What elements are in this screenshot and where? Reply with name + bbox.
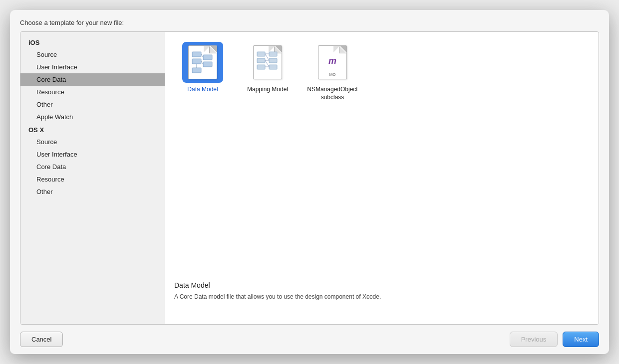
- sidebar: iOS Source User Interface Core Data Reso…: [20, 32, 165, 324]
- nsmanaged-icon-wrapper: m MO: [312, 42, 353, 83]
- svg-rect-4: [192, 68, 201, 73]
- template-data-model[interactable]: Data Model: [175, 42, 230, 101]
- nsmanaged-label: NSManagedObject subclass: [305, 86, 360, 101]
- description-text: A Core Data model file that allows you t…: [174, 292, 590, 301]
- dialog: Choose a template for your new file: iOS…: [10, 10, 609, 354]
- next-button[interactable]: Next: [563, 332, 599, 347]
- footer-right-buttons: Previous Next: [510, 332, 599, 347]
- svg-line-6: [201, 61, 203, 64]
- sidebar-item-osx-source[interactable]: Source: [20, 136, 165, 148]
- svg-rect-2: [203, 55, 212, 60]
- data-model-file-icon: [188, 45, 217, 79]
- dialog-body: iOS Source User Interface Core Data Reso…: [20, 31, 599, 325]
- svg-rect-9: [257, 58, 265, 63]
- description-title: Data Model: [174, 281, 590, 289]
- sidebar-item-osx-coredata[interactable]: Core Data: [20, 161, 165, 173]
- sidebar-item-osx-userinterface[interactable]: User Interface: [20, 148, 165, 161]
- mapping-model-file-icon: [253, 45, 282, 79]
- sidebar-item-ios-other[interactable]: Other: [20, 98, 165, 111]
- svg-rect-11: [269, 52, 277, 56]
- description-panel: Data Model A Core Data model file that a…: [165, 274, 599, 324]
- svg-rect-13: [269, 65, 277, 69]
- nsmanaged-file-icon: m MO: [318, 45, 347, 79]
- template-mapping-model[interactable]: Mapping Model: [240, 42, 295, 101]
- svg-rect-8: [257, 52, 265, 56]
- svg-line-16: [265, 60, 269, 67]
- dialog-title: Choose a template for your new file:: [10, 10, 609, 31]
- previous-button[interactable]: Previous: [510, 332, 558, 347]
- sidebar-item-osx-other[interactable]: Other: [20, 185, 165, 198]
- sidebar-item-ios-source[interactable]: Source: [20, 48, 165, 61]
- sidebar-item-ios-applewatch[interactable]: Apple Watch: [20, 111, 165, 123]
- mapping-model-icon-wrapper: [247, 42, 288, 83]
- dialog-footer: Cancel Previous Next: [10, 325, 609, 354]
- mo-label-icon: MO: [318, 72, 346, 77]
- template-nsmanaged[interactable]: m MO NSManagedObject subclass: [305, 42, 360, 101]
- sidebar-group-ios: iOS: [20, 36, 165, 48]
- svg-line-15: [265, 54, 269, 60]
- sidebar-item-ios-userinterface[interactable]: User Interface: [20, 61, 165, 73]
- svg-rect-1: [192, 59, 201, 64]
- templates-grid: Data Model: [165, 32, 599, 274]
- svg-rect-12: [269, 58, 277, 63]
- sidebar-group-osx: OS X: [20, 123, 165, 136]
- mapping-model-label: Mapping Model: [247, 86, 288, 94]
- sidebar-item-ios-resource[interactable]: Resource: [20, 86, 165, 98]
- svg-rect-10: [257, 65, 265, 69]
- svg-line-5: [201, 54, 203, 57]
- sidebar-item-osx-resource[interactable]: Resource: [20, 173, 165, 185]
- data-model-label: Data Model: [187, 86, 218, 94]
- mo-text-icon: m: [318, 56, 346, 66]
- sidebar-item-ios-coredata[interactable]: Core Data: [20, 73, 165, 86]
- cancel-button[interactable]: Cancel: [20, 332, 63, 347]
- svg-rect-0: [192, 52, 201, 57]
- data-model-icon-wrapper: [182, 42, 223, 83]
- content-area: Data Model: [165, 32, 599, 324]
- svg-rect-3: [203, 62, 212, 67]
